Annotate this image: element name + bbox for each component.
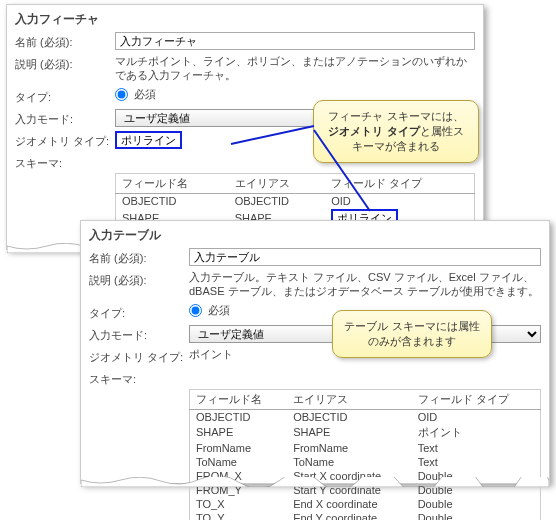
panel1-title: 入力フィーチャ [7, 5, 483, 30]
name-input[interactable] [189, 248, 541, 266]
required-label: 必須 [208, 303, 230, 318]
desc-text: 入力テーブル。テキスト ファイル、CSV ファイル、Excel ファイル、dBA… [189, 270, 541, 299]
col-field: フィールド名 [190, 389, 288, 409]
table-row: TO_YEnd Y coordinateDouble [190, 511, 541, 520]
desc-text: マルチポイント、ライン、ポリゴン、またはアノテーションのいずれかである入力フィー… [115, 54, 475, 83]
type-label: タイプ: [89, 303, 189, 321]
table-row: OBJECTIDOBJECTIDOID [190, 409, 541, 424]
name-label: 名前 (必須): [15, 32, 115, 50]
desc-label: 説明 (必須): [15, 54, 115, 72]
input-mode-label: 入力モード: [15, 109, 115, 127]
input-mode-label: 入力モード: [89, 325, 189, 343]
schema-label: スキーマ: [89, 369, 189, 387]
geom-type-label: ジオメトリ タイプ: [89, 347, 189, 365]
callout-table-schema: テーブル スキーマには属性のみが含まれます [332, 310, 492, 358]
callout-feature-schema: フィーチャ スキーマには、ジオメトリ タイプと属性スキーマが含まれる [313, 100, 479, 163]
col-alias: エイリアス [229, 173, 326, 193]
schema-label: スキーマ: [15, 153, 115, 171]
col-type: フィールド タイプ [412, 389, 541, 409]
table-row: OBJECTIDOBJECTIDOID [116, 193, 475, 208]
geom-type-label: ジオメトリ タイプ: [15, 131, 115, 149]
table-row: FromNameFromNameText [190, 441, 541, 455]
name-input[interactable] [115, 32, 475, 50]
required-label: 必須 [134, 87, 156, 102]
table-row: SHAPESHAPEポイント [190, 424, 541, 441]
col-type: フィールド タイプ [325, 173, 474, 193]
type-label: タイプ: [15, 87, 115, 105]
geom-type-value: ポリライン [115, 131, 182, 149]
panel2-title: 入力テーブル [81, 221, 549, 246]
col-alias: エイリアス [287, 389, 411, 409]
schema-table-2: フィールド名 エイリアス フィールド タイプ OBJECTIDOBJECTIDO… [189, 389, 541, 520]
table-row: ToNameToNameText [190, 455, 541, 469]
required-radio[interactable] [115, 88, 128, 101]
desc-label: 説明 (必須): [89, 270, 189, 288]
col-field: フィールド名 [116, 173, 229, 193]
torn-edge [81, 477, 549, 487]
table-row: TO_XEnd X coordinateDouble [190, 497, 541, 511]
required-radio[interactable] [189, 304, 202, 317]
name-label: 名前 (必須): [89, 248, 189, 266]
